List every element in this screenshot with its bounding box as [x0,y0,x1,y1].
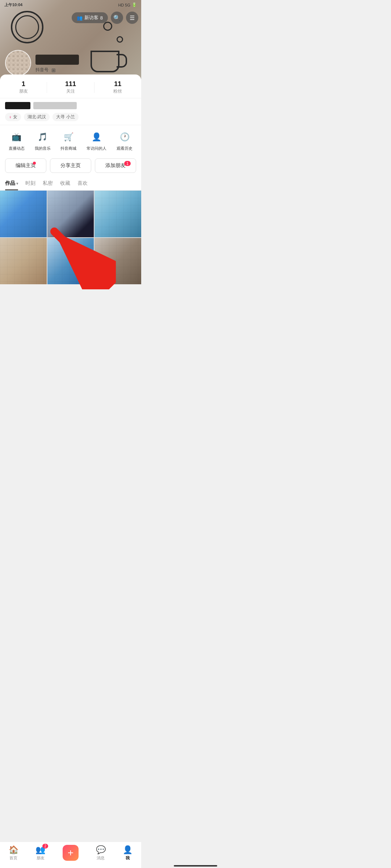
content-tabs: 作品 ▾ 时刻 私密 收藏 喜欢 [0,176,141,191]
pixel-overlay-1 [0,191,47,237]
quick-item-visitors[interactable]: 👤 常访问的人 [87,130,106,151]
quick-menu: 📺 直播动态 🎵 我的音乐 🛒 抖音商城 👤 常访问的人 🕐 观看历史 [0,125,141,155]
search-button[interactable]: 🔍 [111,12,123,24]
douyin-label: 抖音号 [35,67,49,73]
pixel-overlay-6 [94,238,141,285]
menu-button[interactable]: ☰ [126,12,138,24]
history-icon: 🕐 [118,130,131,144]
shop-label: 抖音商城 [60,146,76,151]
shop-icon: 🛒 [62,130,75,144]
header-actions: 👥 新访客 8 🔍 ☰ [72,12,138,24]
gender-icon: ♀ [9,115,12,120]
tab-private-label: 私密 [43,180,53,187]
add-label: 添加朋友 [105,162,126,168]
add-badge: 1 [124,161,131,166]
stat-following[interactable]: 111 关注 [47,80,94,94]
visitors-label: 常访问的人 [87,146,106,151]
grid-item-6[interactable] [94,238,141,285]
grid-item-2[interactable] [47,191,94,237]
menu-icon: ☰ [130,14,135,21]
action-buttons: 编辑主页 分享主页 添加朋友 1 [0,155,141,176]
following-count: 111 [47,80,94,88]
search-icon: 🔍 [113,14,121,21]
tab-private[interactable]: 私密 [43,176,53,190]
bio-tags-row: ♀ 女 湖北·武汉 大寻 小兰 [0,111,141,125]
location-tag: 湖北·武汉 [24,113,50,121]
bio-name-block [5,102,30,109]
pixel-overlay-4 [0,238,47,285]
stat-friends[interactable]: 1 朋友 [0,80,47,94]
tab-moments-label: 时刻 [25,180,35,187]
sun-doodle [11,11,43,43]
quick-item-history[interactable]: 🕐 观看历史 [117,130,133,151]
bio-desc-tag: 大寻 小兰 [52,113,78,121]
share-label: 分享主页 [60,162,81,168]
stat-fans[interactable]: 11 粉丝 [94,80,141,94]
tab-works[interactable]: 作品 ▾ [5,176,18,190]
qr-icon[interactable]: ⊞ [51,67,56,73]
grid-item-4[interactable] [0,238,47,285]
add-friend-button[interactable]: 添加朋友 1 [95,158,136,173]
pixel-overlay-2 [47,191,94,237]
tab-likes-label: 喜欢 [77,180,88,187]
quick-item-shop[interactable]: 🛒 抖音商城 [60,130,76,151]
friends-count: 1 [0,80,47,88]
fans-count: 11 [94,80,141,88]
profile-name-block [35,55,79,65]
status-signal: HD 5G [118,3,130,7]
music-icon: 🎵 [36,130,50,144]
visitors-icon: 👤 [90,130,104,144]
profile-card: 1 朋友 111 关注 11 粉丝 ♀ 女 湖北·武汉 大寻 小兰 [0,75,141,191]
grid-item-3[interactable] [94,191,141,237]
status-right: HD 5G 🔋 [118,3,137,7]
following-label: 关注 [47,88,94,94]
tab-favorites[interactable]: 收藏 [60,176,70,190]
quick-item-broadcast[interactable]: 📺 直播动态 [9,130,25,151]
edit-red-dot [33,162,36,165]
tab-moments[interactable]: 时刻 [25,176,35,190]
tab-favorites-label: 收藏 [60,180,70,187]
content-grid [0,191,141,284]
tab-works-chevron: ▾ [16,182,18,186]
new-visitor-button[interactable]: 👥 新访客 8 [72,12,108,23]
status-time: 上午10:04 [4,2,22,8]
status-bar: 上午10:04 HD 5G 🔋 [0,0,141,9]
stats-row: 1 朋友 111 关注 11 粉丝 [0,75,141,98]
pixel-overlay-5 [47,238,94,285]
profile-name-area: 抖音号 ⊞ [35,55,136,76]
broadcast-icon: 📺 [10,130,24,144]
new-visitor-label: 新访客 [84,14,98,21]
music-label: 我的音乐 [35,146,51,151]
history-label: 观看历史 [117,146,133,151]
tab-works-label: 作品 [5,180,15,187]
bio-text: 大寻 小兰 [56,114,75,119]
tab-likes[interactable]: 喜欢 [77,176,88,190]
friends-label: 朋友 [0,88,47,94]
bio-row [0,98,141,111]
grid-item-5[interactable] [47,238,94,285]
quick-item-music[interactable]: 🎵 我的音乐 [35,130,51,151]
deco-circle2 [117,36,123,43]
profile-douyin-row: 抖音号 ⊞ [35,67,136,73]
gender-label: 女 [13,114,17,120]
status-battery: 🔋 [132,3,137,7]
grid-item-1[interactable] [0,191,47,237]
edit-profile-button[interactable]: 编辑主页 [5,158,46,173]
new-visitor-count: 8 [100,15,103,21]
share-profile-button[interactable]: 分享主页 [50,158,91,173]
bio-name-block2 [33,102,77,109]
avatar-image [6,51,30,75]
visitor-icon: 👥 [77,15,83,21]
fans-label: 粉丝 [94,88,141,94]
broadcast-label: 直播动态 [9,146,25,151]
profile-header-bg: 👥 新访客 8 🔍 ☰ 抖音号 ⊞ [0,0,141,80]
location-label: 湖北·武汉 [28,114,46,120]
gender-tag: ♀ 女 [5,113,21,121]
pixel-overlay-3 [94,191,141,237]
avatar[interactable] [5,50,31,76]
